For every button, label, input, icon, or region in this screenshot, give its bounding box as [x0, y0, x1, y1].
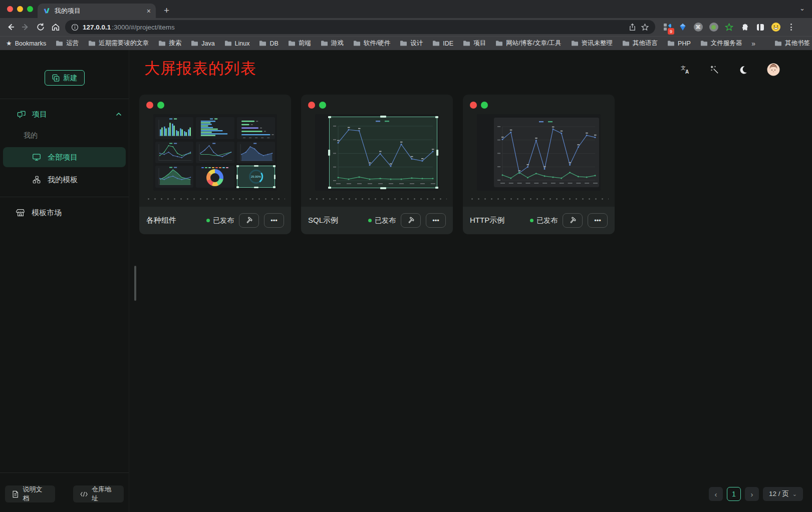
more-button[interactable]: ••• [426, 213, 446, 228]
sidebar-item-all-projects[interactable]: 全部项目 [3, 147, 126, 167]
profile-avatar-icon[interactable] [768, 20, 783, 35]
next-page-button[interactable]: › [745, 487, 759, 501]
card-thumbnail [477, 114, 601, 191]
template-flow-icon [32, 175, 41, 184]
zoom-window-button[interactable] [27, 6, 33, 12]
folder-icon [622, 40, 630, 47]
project-card[interactable]: 25.00% 各种组件 已发布 ••• [139, 95, 291, 234]
magic-wand-icon[interactable] [710, 65, 719, 75]
bookmark-item[interactable]: 网站/博客/文章/工具 [495, 39, 561, 48]
repo-button[interactable]: 仓库地址 [73, 485, 124, 502]
selection-handle[interactable] [380, 116, 386, 118]
other-bookmarks-item[interactable]: 其他书签 [774, 39, 810, 48]
bookmark-item[interactable]: 文件服务器 [700, 39, 742, 48]
bookmark-item[interactable]: 资讯未整理 [571, 39, 613, 48]
selection-handle[interactable] [328, 187, 331, 189]
browser-tab[interactable]: 我的项目 × [38, 4, 156, 18]
chevron-down-icon: ⌄ [792, 491, 797, 497]
new-tab-button[interactable]: + [164, 6, 169, 15]
bookmark-item[interactable]: 搜索 [158, 39, 181, 48]
bookmark-item[interactable]: IDE [432, 39, 453, 48]
bookmark-item[interactable]: 软件/硬件 [353, 39, 390, 48]
card-title: HTTP示例 [470, 216, 504, 225]
bookmark-item[interactable]: PHP [667, 39, 691, 48]
bookmark-item[interactable]: DB [259, 39, 278, 48]
site-info-icon[interactable] [71, 24, 79, 31]
project-card[interactable]: HTTP示例 已发布 ••• [463, 95, 615, 234]
bookmark-item[interactable]: 设计 [400, 39, 423, 48]
edit-hammer-button[interactable] [239, 213, 259, 228]
selection-handle[interactable] [328, 150, 330, 156]
home-icon[interactable] [48, 20, 63, 35]
extension-grid-icon[interactable]: 9 [659, 20, 675, 35]
sidebar-item-template-market[interactable]: 模板市场 [3, 204, 126, 222]
selected-component-overlay[interactable]: 25.00% [237, 166, 275, 188]
goview-app: 新建 项目 我的 全部项目 我的模板 [0, 50, 812, 512]
selection-handle[interactable] [435, 187, 438, 189]
store-icon [16, 208, 25, 217]
back-icon[interactable] [3, 20, 18, 35]
sidebar-section-projects[interactable]: 项目 [17, 107, 122, 121]
extensions-puzzle-icon[interactable] [737, 20, 752, 35]
extension-dot-icon[interactable] [706, 20, 721, 35]
sidebar: 新建 项目 我的 全部项目 我的模板 [0, 50, 129, 512]
project-card[interactable]: SQL示例 已发布 ••• [301, 95, 453, 234]
selection-handle[interactable] [436, 150, 438, 156]
screens-icon [17, 110, 26, 119]
share-icon[interactable] [628, 23, 637, 32]
bookmarks-overflow-icon[interactable]: » [751, 40, 755, 48]
project-cards-row: 25.00% 各种组件 已发布 ••• [129, 79, 812, 234]
close-window-button[interactable] [7, 6, 13, 12]
dark-mode-moon-icon[interactable] [738, 65, 748, 75]
mini-chart [155, 166, 193, 188]
document-icon [12, 490, 19, 498]
bookmark-item[interactable]: 项目 [463, 39, 486, 48]
forward-icon[interactable] [18, 20, 33, 35]
prev-page-button[interactable]: ‹ [709, 487, 723, 501]
status-badge: 已发布 [206, 216, 234, 225]
edit-hammer-button[interactable] [401, 213, 421, 228]
bookmark-item[interactable]: 前端 [288, 39, 311, 48]
minimize-window-button[interactable] [17, 6, 23, 12]
folder-icon [463, 40, 470, 47]
page-size-select[interactable]: 12 / 页 ⌄ [763, 487, 803, 501]
docs-button[interactable]: 说明文档 [5, 485, 55, 502]
status-badge: 已发布 [530, 216, 558, 225]
bookmarks-root-item[interactable]: ★ Bookmarks [6, 40, 46, 47]
current-page-button[interactable]: 1 [727, 487, 741, 501]
extension-gem-icon[interactable] [675, 20, 690, 35]
language-icon[interactable]: 文A [681, 65, 691, 75]
selection-handle[interactable] [435, 116, 438, 118]
more-button[interactable]: ••• [588, 213, 608, 228]
url-bar[interactable]: 127.0.0.1:3000/#/project/items [65, 20, 655, 34]
reload-icon[interactable] [33, 20, 48, 35]
selection-handle[interactable] [328, 116, 331, 118]
folder-icon [88, 40, 96, 47]
extension-star-icon[interactable] [721, 20, 737, 35]
bookmark-star-icon[interactable] [641, 23, 649, 32]
side-panel-icon[interactable] [752, 20, 768, 35]
user-avatar[interactable] [767, 63, 780, 76]
folder-icon [158, 40, 166, 47]
bookmark-item[interactable]: 游戏 [321, 39, 344, 48]
scrollbar-thumb[interactable] [134, 266, 136, 301]
tab-close-icon[interactable]: × [147, 7, 151, 15]
bookmark-item[interactable]: Java [191, 39, 214, 48]
bookmark-item[interactable]: 近期需要读的文章 [88, 39, 149, 48]
new-project-button[interactable]: 新建 [45, 70, 85, 86]
sql-line-chart [329, 117, 437, 188]
dotted-divider [469, 198, 609, 200]
tab-search-icon[interactable]: ⌄ [799, 5, 805, 12]
monitor-icon [32, 153, 41, 162]
bookmark-item[interactable]: 其他语言 [622, 39, 658, 48]
folder-icon [56, 40, 63, 47]
bookmark-item[interactable]: 运营 [56, 39, 79, 48]
more-button[interactable]: ••• [264, 213, 284, 228]
mini-chart [196, 142, 234, 164]
edit-hammer-button[interactable] [563, 213, 583, 228]
sidebar-item-my-templates[interactable]: 我的模板 [3, 170, 126, 189]
browser-menu-icon[interactable] [783, 20, 799, 35]
extension-command-icon[interactable]: ⌘ [690, 20, 706, 35]
selection-handle[interactable] [380, 187, 386, 189]
bookmark-item[interactable]: Linux [224, 39, 250, 48]
